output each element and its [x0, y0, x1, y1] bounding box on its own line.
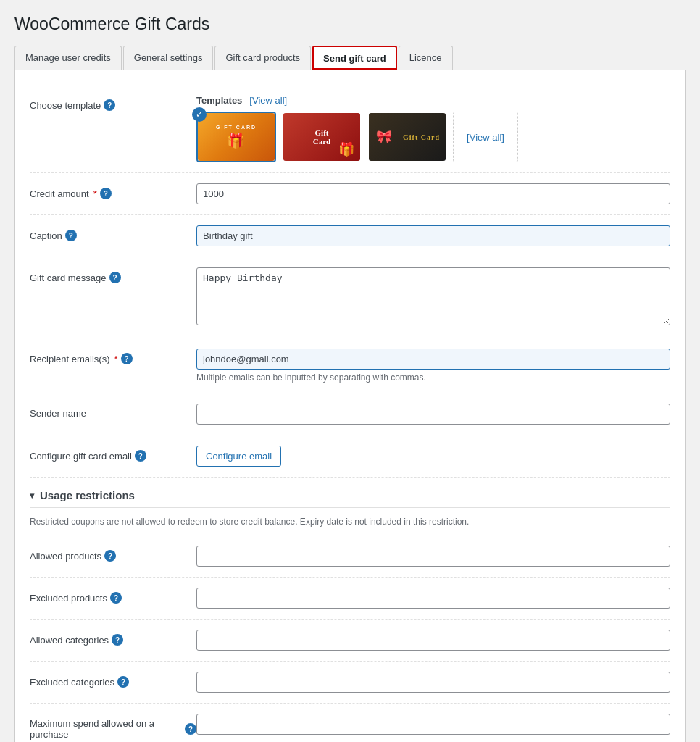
gift-card-message-row: Gift card message ? Happy Birthday	[30, 257, 670, 338]
allowed-products-input[interactable]	[196, 546, 670, 567]
gift-card-message-textarea[interactable]: Happy Birthday	[196, 267, 670, 325]
excluded-products-label: Excluded products ?	[30, 588, 196, 604]
max-spend-help-icon[interactable]: ?	[185, 723, 196, 735]
recipient-required-star: *	[114, 354, 118, 364]
allowed-categories-label: Allowed categories ?	[30, 630, 196, 646]
credit-amount-label: Credit amount * ?	[30, 183, 196, 199]
template-view-all-box-link[interactable]: [View all]	[467, 132, 504, 143]
allowed-products-label: Allowed products ?	[30, 546, 196, 562]
choose-template-label: Choose template ?	[30, 95, 196, 111]
recipient-emails-row: Recipient emails(s) * ? Multiple emails …	[30, 338, 670, 393]
allowed-products-control	[196, 546, 670, 567]
configure-email-control: Configure email	[196, 446, 670, 467]
excluded-products-help-icon[interactable]: ?	[110, 592, 122, 604]
credit-amount-row: Credit amount * ?	[30, 173, 670, 215]
excluded-categories-row: Excluded categories ?	[30, 662, 670, 704]
tab-gift-card-products[interactable]: Gift card products	[214, 46, 311, 70]
recipient-emails-help-icon[interactable]: ?	[121, 353, 133, 364]
configure-email-label: Configure gift card email ?	[30, 446, 196, 462]
templates-view-all-link[interactable]: [View all]	[249, 95, 287, 106]
caption-label: Caption ?	[30, 225, 196, 241]
template-item-1[interactable]: ✓ GIFT CARD 🎁	[196, 112, 276, 162]
nav-tabs: Manage user credits General settings Gif…	[14, 46, 686, 70]
template-view-all-box[interactable]: [View all]	[453, 112, 518, 162]
usage-restrictions-title: Usage restrictions	[40, 489, 135, 501]
allowed-products-help-icon[interactable]: ?	[104, 550, 116, 562]
recipient-emails-help-text: Multiple emails can be inputted by separ…	[196, 372, 670, 383]
tab-send-gift-card[interactable]: Send gift card	[312, 46, 397, 70]
choose-template-row: Choose template ? Templates [View all] ✓…	[30, 85, 670, 173]
sender-name-input[interactable]	[196, 404, 670, 425]
configure-email-button[interactable]: Configure email	[196, 446, 281, 467]
caption-input[interactable]	[196, 225, 670, 246]
main-content: Choose template ? Templates [View all] ✓…	[14, 70, 686, 742]
template-item-2[interactable]: Gift Card 🎁	[282, 112, 362, 162]
excluded-products-input[interactable]	[196, 588, 670, 609]
tab-manage-user-credits[interactable]: Manage user credits	[14, 46, 122, 70]
credit-amount-help-icon[interactable]: ?	[100, 188, 112, 199]
templates-header: Templates [View all]	[196, 95, 670, 106]
caption-help-icon[interactable]: ?	[65, 230, 77, 241]
allowed-categories-row: Allowed categories ?	[30, 620, 670, 662]
usage-restrictions-header: ▾ Usage restrictions	[30, 478, 670, 508]
template-check-icon: ✓	[192, 107, 207, 122]
allowed-categories-input[interactable]	[196, 630, 670, 651]
sender-name-row: Sender name	[30, 393, 670, 435]
tab-licence[interactable]: Licence	[399, 46, 453, 70]
recipient-emails-label: Recipient emails(s) * ?	[30, 349, 196, 364]
sender-name-label: Sender name	[30, 404, 196, 419]
template-preview-2: Gift Card 🎁	[283, 113, 360, 161]
max-spend-row: Maximum spend allowed on a purchase ?	[30, 704, 670, 742]
sender-name-control	[196, 404, 670, 425]
max-spend-control	[196, 714, 670, 735]
caption-row: Caption ?	[30, 215, 670, 257]
template-item-3[interactable]: 🎀 Gift Card	[367, 112, 447, 162]
templates-control: Templates [View all] ✓ GIFT CARD 🎁	[196, 95, 670, 162]
excluded-categories-help-icon[interactable]: ?	[117, 676, 129, 688]
excluded-products-row: Excluded products ?	[30, 578, 670, 620]
templates-grid: ✓ GIFT CARD 🎁 Gift Card	[196, 112, 670, 162]
tab-general-settings[interactable]: General settings	[123, 46, 214, 70]
section-toggle-icon[interactable]: ▾	[30, 491, 34, 501]
allowed-products-row: Allowed products ?	[30, 535, 670, 578]
recipient-emails-control: Multiple emails can be inputted by separ…	[196, 349, 670, 383]
credit-amount-control	[196, 183, 670, 204]
configure-email-help-icon[interactable]: ?	[135, 450, 146, 462]
excluded-categories-control	[196, 672, 670, 693]
excluded-categories-input[interactable]	[196, 672, 670, 693]
excluded-categories-label: Excluded categories ?	[30, 672, 196, 688]
max-spend-label: Maximum spend allowed on a purchase ?	[30, 714, 196, 740]
usage-restrictions-notice: Restricted coupons are not allowed to re…	[30, 511, 670, 530]
choose-template-help-icon[interactable]: ?	[104, 99, 115, 111]
templates-label: Templates	[196, 95, 242, 106]
page-title: WooCommerce Gift Cards	[14, 14, 686, 34]
allowed-categories-control	[196, 630, 670, 651]
gift-card-message-control: Happy Birthday	[196, 267, 670, 328]
gift-card-message-help-icon[interactable]: ?	[109, 272, 121, 283]
max-spend-input[interactable]	[196, 714, 670, 735]
excluded-products-control	[196, 588, 670, 609]
credit-amount-input[interactable]	[196, 183, 670, 204]
gift-card-message-label: Gift card message ?	[30, 267, 196, 283]
template-preview-3: 🎀 Gift Card	[369, 113, 446, 161]
template-preview-1: GIFT CARD 🎁	[198, 113, 275, 161]
caption-control	[196, 225, 670, 246]
recipient-emails-input[interactable]	[196, 349, 670, 370]
allowed-categories-help-icon[interactable]: ?	[112, 634, 123, 646]
required-star: *	[93, 188, 97, 199]
configure-email-row: Configure gift card email ? Configure em…	[30, 435, 670, 478]
